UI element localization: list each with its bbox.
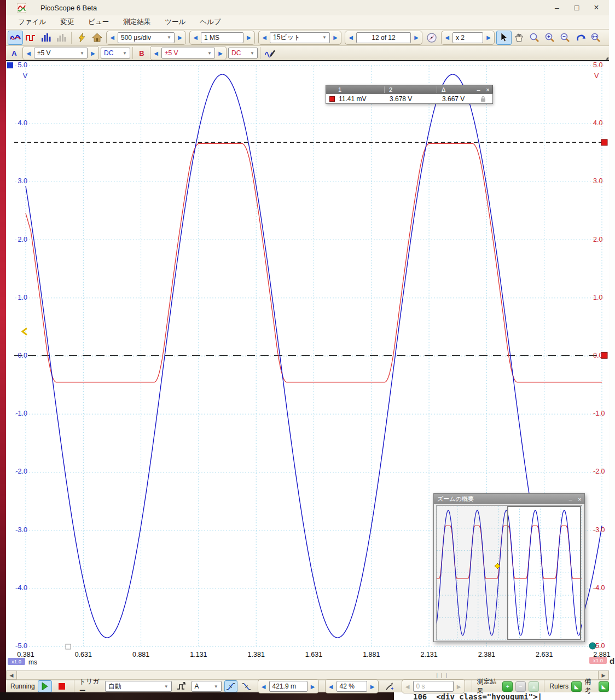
zoom-overview-close[interactable]: ×: [575, 496, 584, 503]
hysteresis-field[interactable]: 42 %: [336, 681, 367, 692]
pretrigger-up-arrow[interactable]: ▶: [455, 684, 463, 690]
background-code-editor: 106 <div class="hyougumi">|: [394, 692, 615, 700]
resolution-select[interactable]: 15ビット▼: [270, 32, 330, 43]
ruler-col-delta: Δ: [437, 86, 465, 93]
rising-edge-button[interactable]: [224, 680, 237, 692]
menu-views[interactable]: ビュー: [88, 18, 109, 27]
add-measurement-button[interactable]: ＋: [502, 681, 513, 692]
threshold-up-arrow[interactable]: ▶: [309, 684, 317, 690]
timebase-next-arrow[interactable]: ▶: [176, 34, 184, 40]
channel-a-menu-button[interactable]: A: [8, 46, 21, 60]
x-scale-badge-left[interactable]: x1.0: [8, 658, 25, 665]
marker-arrow-icon: [386, 682, 394, 691]
buffer-navigator-button[interactable]: [424, 31, 439, 45]
zoom-out-button[interactable]: [558, 31, 573, 45]
channel-a-range-prev[interactable]: ◀: [24, 50, 33, 56]
zoom-in-button[interactable]: [542, 31, 558, 45]
channel-a-range-next[interactable]: ▶: [89, 50, 97, 56]
samples-prev-arrow[interactable]: ◀: [191, 34, 200, 40]
close-button[interactable]: ×: [587, 0, 606, 15]
resolution-next-arrow[interactable]: ▶: [331, 34, 340, 40]
marquee-zoom-button[interactable]: [527, 31, 542, 45]
edit-measurement-button[interactable]: ▲: [529, 681, 539, 692]
minimize-button[interactable]: –: [547, 0, 567, 15]
samples-group: ◀ 1 MS ▶: [189, 31, 255, 45]
zoom-full-button[interactable]: [588, 31, 604, 45]
awg-button[interactable]: [263, 46, 278, 60]
pretrigger-field[interactable]: 0 s: [413, 681, 454, 692]
y-axis-right-tick: 1.0: [593, 294, 610, 301]
channel-toolbar: A ◀ ±5 V▼ ▶ DC▼ B ◀ ±5 V▼ ▶ DC▼: [6, 46, 609, 61]
maximize-button[interactable]: □: [567, 0, 587, 15]
trigger-mode-select[interactable]: 自動▼: [105, 681, 172, 692]
hand-tool-button[interactable]: [512, 31, 527, 45]
start-button[interactable]: [38, 680, 52, 692]
generator-button[interactable]: [74, 31, 89, 45]
lock-icon[interactable]: [480, 96, 486, 102]
trigger-source-select[interactable]: A▼: [192, 681, 222, 692]
channel-b-range-next[interactable]: ▶: [216, 50, 225, 56]
y-axis-right-tick: -4.0: [593, 584, 610, 592]
zoom-overview-titlebar: ズームの概要 – ×: [434, 494, 584, 504]
x-axis-tick: 0.381: [9, 651, 42, 658]
resolution-prev-arrow[interactable]: ◀: [260, 34, 269, 40]
falling-edge-button[interactable]: [240, 680, 253, 692]
ruler-legend-panel[interactable]: 1 2 Δ – × 11.41 mV 3.678 V 3.667 V: [326, 85, 493, 104]
menu-file[interactable]: ファイル: [18, 18, 46, 27]
timebase-select[interactable]: 500 µs/div▼: [118, 32, 175, 43]
channel-a-coupling-select[interactable]: DC▼: [101, 48, 130, 59]
rulers-button[interactable]: ◣: [571, 681, 582, 692]
buffer-field[interactable]: 12 of 12: [356, 32, 411, 43]
samples-next-arrow[interactable]: ▶: [245, 34, 253, 40]
zoom-factor-field[interactable]: x 2: [452, 32, 483, 43]
stop-button[interactable]: [55, 680, 69, 692]
zoom-overview-minimize[interactable]: –: [566, 496, 575, 503]
menu-help[interactable]: ヘルプ: [200, 18, 221, 27]
channel-b-coupling-select[interactable]: DC▼: [228, 48, 258, 59]
menu-edit[interactable]: 変更: [60, 18, 74, 27]
notes-button[interactable]: ◣: [599, 681, 609, 692]
menu-tools[interactable]: ツール: [165, 18, 185, 27]
remove-measurement-button[interactable]: −: [515, 681, 526, 692]
zoom-overview-window[interactable]: ズームの概要 – ×: [433, 493, 585, 642]
home-button[interactable]: [89, 31, 105, 45]
threshold-field[interactable]: 421.9 m: [269, 681, 308, 692]
threshold-down-arrow[interactable]: ◀: [259, 684, 268, 690]
channel-b-range-select[interactable]: ±5 V▼: [161, 48, 215, 59]
ruler-legend-minimize[interactable]: –: [474, 86, 483, 93]
home-icon: [92, 33, 102, 42]
zoom-overview-canvas[interactable]: [437, 506, 582, 640]
buffer-next-arrow[interactable]: ▶: [412, 34, 421, 40]
resolution-group: ◀ 15ビット▼ ▶: [258, 31, 341, 45]
zoom-prev-arrow[interactable]: ◀: [443, 34, 451, 40]
x-axis-tick: 1.381: [240, 651, 272, 658]
channel-b-label: B: [136, 49, 147, 57]
x-scale-badge-right[interactable]: x1.0: [589, 657, 607, 664]
pointer-tool-button[interactable]: [496, 31, 512, 45]
channel-b-swatch: [329, 96, 335, 102]
trigger-marker-button[interactable]: [383, 680, 397, 692]
buffer-prev-arrow[interactable]: ◀: [346, 34, 355, 40]
advanced-trigger-button[interactable]: [175, 680, 189, 692]
status-bar: Running トリガー 自動▼ A▼ ◀ 421.9 m: [6, 680, 609, 692]
lightning-icon: [78, 33, 86, 42]
scrollbar-grip[interactable]: ❘❘❘: [435, 673, 449, 678]
channel-b-menu-button[interactable]: B: [135, 46, 148, 60]
ruler-legend-close[interactable]: ×: [483, 86, 492, 93]
hysteresis-up-arrow[interactable]: ▶: [368, 684, 377, 690]
histogram-view-button-disabled[interactable]: [54, 31, 69, 45]
channel-a-range-select[interactable]: ±5 V▼: [34, 48, 88, 59]
hysteresis-down-arrow[interactable]: ◀: [327, 684, 335, 690]
scroll-left-arrow[interactable]: ◀: [6, 670, 17, 680]
undo-zoom-button[interactable]: [573, 31, 588, 45]
persistence-view-button[interactable]: [23, 31, 38, 45]
zoom-next-arrow[interactable]: ▶: [484, 34, 493, 40]
channel-b-range-prev[interactable]: ◀: [152, 50, 160, 56]
timebase-prev-arrow[interactable]: ◀: [108, 34, 117, 40]
pretrigger-down-arrow[interactable]: ◀: [403, 684, 412, 690]
spectrum-view-button[interactable]: [38, 31, 54, 45]
menu-measurements[interactable]: 測定結果: [123, 18, 150, 27]
scope-view-button[interactable]: [8, 31, 23, 45]
scroll-right-arrow[interactable]: ▶: [598, 670, 609, 680]
samples-field[interactable]: 1 MS: [201, 32, 243, 43]
